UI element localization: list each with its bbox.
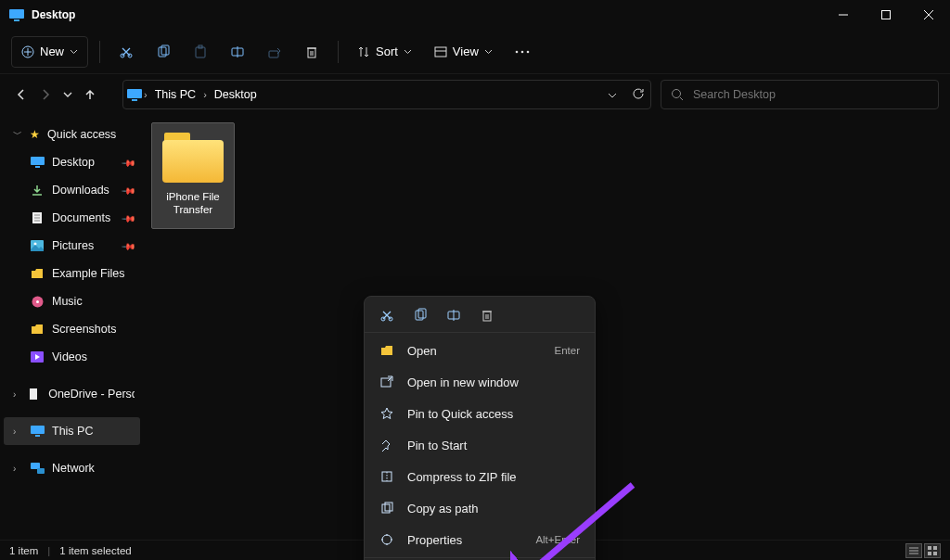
cloud-icon (28, 388, 41, 401)
minimize-button[interactable] (822, 0, 865, 30)
pin-icon (379, 439, 394, 452)
ctx-properties[interactable]: PropertiesAlt+Enter (365, 524, 595, 555)
sidebar-item-network[interactable]: ›Network (4, 454, 140, 482)
desktop-icon (30, 157, 45, 168)
sidebar-item-screenshots[interactable]: Screenshots (4, 315, 140, 343)
maximize-button[interactable] (865, 0, 907, 30)
new-window-icon (379, 375, 394, 388)
recent-dropdown[interactable] (63, 92, 72, 98)
breadcrumb-segment[interactable]: This PC (149, 88, 201, 101)
sidebar-label: Videos (52, 350, 87, 363)
view-button[interactable]: View (427, 36, 500, 68)
separator (99, 41, 100, 63)
paste-button[interactable] (186, 36, 215, 68)
picture-icon (30, 240, 45, 251)
rename-button[interactable] (223, 36, 252, 68)
svg-line-30 (680, 97, 683, 100)
chevron-right-icon: › (203, 89, 207, 100)
share-button[interactable] (260, 36, 289, 68)
ctx-label: Open in new window (407, 375, 519, 389)
sidebar-item-music[interactable]: Music (4, 287, 140, 315)
svg-point-24 (516, 50, 519, 53)
ctx-label: Open (407, 344, 437, 358)
separator (365, 332, 595, 333)
sidebar-item-this-pc[interactable]: ›This PC (4, 417, 140, 445)
back-button[interactable] (15, 88, 28, 101)
sidebar-item-pictures[interactable]: Pictures📌 (4, 232, 140, 260)
window-title: Desktop (32, 8, 822, 21)
close-button[interactable] (907, 0, 950, 30)
search-input[interactable] (693, 88, 929, 101)
delete-button[interactable] (297, 36, 327, 68)
titlebar: Desktop (0, 0, 950, 30)
sidebar-item-documents[interactable]: Documents📌 (4, 204, 140, 232)
ctx-open-new-window[interactable]: Open in new window (365, 366, 595, 398)
plus-circle-icon (21, 45, 34, 58)
dropdown-history-icon[interactable] (608, 88, 617, 102)
icons-view-button[interactable] (924, 543, 941, 558)
sidebar-label: Pictures (52, 239, 94, 252)
copy-button[interactable] (148, 36, 178, 68)
rename-icon[interactable] (446, 308, 461, 323)
sidebar-quick-access[interactable]: ﹀ ★ Quick access (4, 121, 140, 148)
new-button[interactable]: New (11, 36, 88, 68)
copy-icon[interactable] (413, 308, 428, 323)
ctx-pin-quick-access[interactable]: Pin to Quick access (365, 398, 595, 429)
forward-button[interactable] (39, 88, 52, 101)
refresh-button[interactable] (632, 87, 645, 103)
ctx-compress-zip[interactable]: Compress to ZIP file (365, 461, 595, 492)
cut-icon[interactable] (379, 308, 394, 323)
star-icon (379, 407, 394, 420)
sidebar-item-videos[interactable]: Videos (4, 343, 140, 371)
nav-row: › This PC › Desktop (0, 74, 950, 115)
more-button[interactable] (507, 36, 537, 68)
desktop-icon (9, 9, 24, 21)
cut-button[interactable] (111, 36, 141, 68)
delete-icon[interactable] (480, 308, 494, 323)
pin-icon: 📌 (122, 155, 136, 170)
ctx-label: Pin to Start (407, 439, 467, 452)
video-icon (30, 351, 45, 363)
svg-rect-27 (127, 89, 142, 98)
ctx-label: Properties (407, 533, 462, 547)
open-icon (379, 345, 394, 356)
svg-point-29 (673, 90, 681, 98)
copy-path-icon (379, 502, 394, 515)
up-button[interactable] (83, 88, 96, 101)
chevron-down-icon (404, 49, 412, 55)
breadcrumb[interactable]: › This PC › Desktop (122, 80, 651, 109)
details-view-button[interactable] (905, 543, 922, 558)
sidebar: ﹀ ★ Quick access Desktop📌 Downloads📌 Doc… (0, 115, 144, 540)
sidebar-item-desktop[interactable]: Desktop📌 (4, 148, 140, 176)
separator: | (47, 545, 50, 556)
svg-rect-18 (308, 48, 315, 57)
svg-rect-42 (30, 388, 37, 400)
ctx-copy-as-path[interactable]: Copy as path (365, 492, 595, 524)
sidebar-label: Screenshots (52, 323, 116, 336)
network-icon (30, 463, 45, 474)
ctx-shortcut: Enter (555, 345, 581, 356)
ctx-pin-start[interactable]: Pin to Start (365, 429, 595, 461)
pin-icon: 📌 (122, 210, 136, 225)
sidebar-label: Desktop (52, 156, 95, 169)
separator (365, 557, 595, 558)
svg-rect-60 (382, 504, 390, 513)
sidebar-label: Documents (52, 211, 110, 224)
sidebar-item-example-files[interactable]: Example Files (4, 260, 140, 287)
breadcrumb-segment[interactable]: Desktop (209, 88, 263, 101)
ctx-open[interactable]: OpenEnter (365, 335, 595, 366)
search-icon (671, 88, 684, 101)
pin-icon: 📌 (122, 238, 136, 253)
status-item-count: 1 item (9, 545, 38, 556)
sidebar-item-downloads[interactable]: Downloads📌 (4, 176, 140, 204)
search-bar[interactable] (661, 80, 939, 109)
sidebar-label: Quick access (47, 128, 116, 141)
chevron-down-icon (484, 49, 493, 55)
svg-point-40 (36, 300, 39, 303)
file-item[interactable]: iPhone FileTransfer (151, 122, 235, 229)
sidebar-item-onedrive[interactable]: ›OneDrive - Personal (4, 380, 140, 408)
sort-button[interactable]: Sort (350, 36, 419, 68)
file-pane[interactable]: iPhone FileTransfer OpenEnter Open in ne… (144, 115, 950, 540)
sidebar-label: Music (52, 295, 83, 308)
folder-icon (30, 268, 45, 279)
